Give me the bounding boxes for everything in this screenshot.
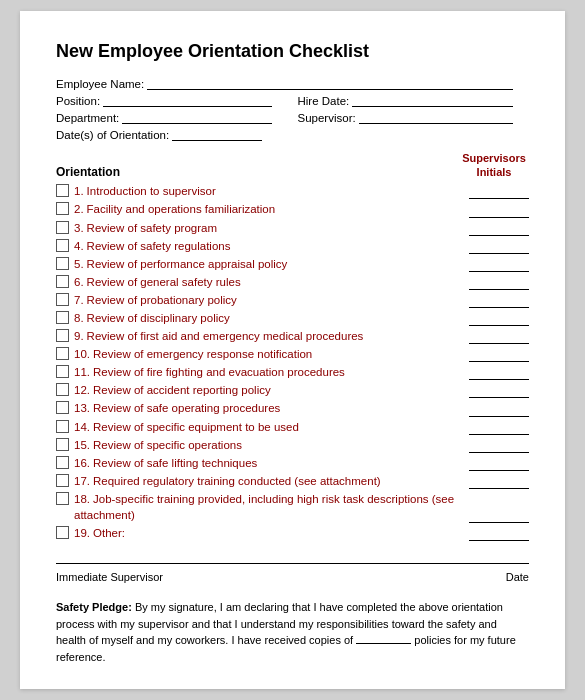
initials-line	[469, 403, 529, 417]
supervisor-sig: Immediate Supervisor	[56, 567, 163, 585]
item-num: 19.	[74, 527, 90, 539]
list-item: 5.Review of performance appraisal policy	[56, 256, 529, 272]
initials-line	[469, 527, 529, 541]
list-item: 1.Introduction to supervisor	[56, 183, 529, 199]
pledge-section: Safety Pledge: By my signature, I am dec…	[56, 599, 529, 665]
checkbox[interactable]	[56, 383, 69, 396]
list-item: 18.Job-specific training provided, inclu…	[56, 491, 529, 523]
item-text: 13.Review of safe operating procedures	[74, 400, 463, 416]
item-text: 3.Review of safety program	[74, 220, 463, 236]
item-num: 1.	[74, 185, 84, 197]
list-item: 6.Review of general safety rules	[56, 274, 529, 290]
list-item: 14.Review of specific equipment to be us…	[56, 419, 529, 435]
checklist-items: 1.Introduction to supervisor2.Facility a…	[56, 183, 529, 541]
item-text: 5.Review of performance appraisal policy	[74, 256, 463, 272]
item-num: 2.	[74, 203, 84, 215]
pledge-blank	[356, 643, 411, 644]
checkbox[interactable]	[56, 526, 69, 539]
checkbox[interactable]	[56, 275, 69, 288]
initials-line	[469, 222, 529, 236]
initials-line	[469, 330, 529, 344]
list-item: 3.Review of safety program	[56, 220, 529, 236]
checkbox[interactable]	[56, 438, 69, 451]
position-hire-row: Position: Hire Date:	[56, 93, 529, 110]
item-num: 3.	[74, 222, 84, 234]
item-text: 4.Review of safety regulations	[74, 238, 463, 254]
page-title: New Employee Orientation Checklist	[56, 41, 529, 62]
item-num: 5.	[74, 258, 84, 270]
checkbox[interactable]	[56, 311, 69, 324]
item-text: 9.Review of first aid and emergency medi…	[74, 328, 463, 344]
hire-date-line	[352, 93, 513, 107]
item-num: 6.	[74, 276, 84, 288]
checkbox[interactable]	[56, 347, 69, 360]
initials-line	[469, 294, 529, 308]
supervisor-line	[359, 110, 513, 124]
item-num: 11.	[74, 366, 90, 378]
dates-line	[172, 127, 262, 141]
item-num: 9.	[74, 330, 84, 342]
date-label: Date	[506, 571, 529, 583]
checkbox[interactable]	[56, 420, 69, 433]
list-item: 12.Review of accident reporting policy	[56, 382, 529, 398]
checkbox[interactable]	[56, 184, 69, 197]
item-num: 18.	[74, 493, 90, 505]
item-text: 8.Review of disciplinary policy	[74, 310, 463, 326]
list-item: 16.Review of safe lifting techniques	[56, 455, 529, 471]
signature-section: Immediate Supervisor Date	[56, 563, 529, 585]
item-text: 17.Required regulatory training conducte…	[74, 473, 463, 489]
initials-line	[469, 240, 529, 254]
initials-line	[469, 457, 529, 471]
initials-line	[469, 475, 529, 489]
checkbox[interactable]	[56, 474, 69, 487]
orientation-heading: Orientation	[56, 165, 120, 179]
checkbox[interactable]	[56, 239, 69, 252]
item-num: 8.	[74, 312, 84, 324]
checkbox[interactable]	[56, 257, 69, 270]
checkbox[interactable]	[56, 365, 69, 378]
employee-name-label: Employee Name:	[56, 78, 144, 90]
list-item: 7.Review of probationary policy	[56, 292, 529, 308]
initials-line	[469, 439, 529, 453]
item-num: 7.	[74, 294, 84, 306]
dept-supervisor-row: Department: Supervisor:	[56, 110, 529, 127]
item-text: 11.Review of fire fighting and evacuatio…	[74, 364, 463, 380]
supervisors-heading: Supervisors Initials	[459, 151, 529, 180]
list-item: 17.Required regulatory training conducte…	[56, 473, 529, 489]
position-field: Position:	[56, 93, 288, 107]
list-item: 10.Review of emergency response notifica…	[56, 346, 529, 362]
supervisor-sig-label: Immediate Supervisor	[56, 571, 163, 583]
position-label: Position:	[56, 95, 100, 107]
item-text: 18.Job-specific training provided, inclu…	[74, 491, 463, 523]
checkbox[interactable]	[56, 329, 69, 342]
initials-line	[469, 258, 529, 272]
item-text: 10.Review of emergency response notifica…	[74, 346, 463, 362]
initials-line	[469, 204, 529, 218]
list-item: 19.Other:	[56, 525, 529, 541]
list-item: 13.Review of safe operating procedures	[56, 400, 529, 416]
checkbox[interactable]	[56, 401, 69, 414]
item-text: 14.Review of specific equipment to be us…	[74, 419, 463, 435]
item-num: 14.	[74, 421, 90, 433]
item-text: 6.Review of general safety rules	[74, 274, 463, 290]
date-sig: Date	[506, 567, 529, 585]
item-text: 2.Facility and operations familiarizatio…	[74, 201, 463, 217]
checkbox[interactable]	[56, 492, 69, 505]
checkbox[interactable]	[56, 456, 69, 469]
checkbox[interactable]	[56, 293, 69, 306]
dates-row: Date(s) of Orientation:	[56, 127, 529, 141]
checkbox[interactable]	[56, 221, 69, 234]
item-text: 7.Review of probationary policy	[74, 292, 463, 308]
item-num: 13.	[74, 402, 90, 414]
item-num: 4.	[74, 240, 84, 252]
item-text: 19.Other:	[74, 525, 463, 541]
checkbox[interactable]	[56, 202, 69, 215]
hire-date-label: Hire Date:	[298, 95, 350, 107]
initials-line	[469, 185, 529, 199]
checklist-header: Orientation Supervisors Initials	[56, 151, 529, 180]
item-num: 12.	[74, 384, 90, 396]
dates-label: Date(s) of Orientation:	[56, 129, 169, 141]
item-text: 15.Review of specific operations	[74, 437, 463, 453]
hire-date-field: Hire Date:	[298, 93, 530, 107]
item-num: 16.	[74, 457, 90, 469]
